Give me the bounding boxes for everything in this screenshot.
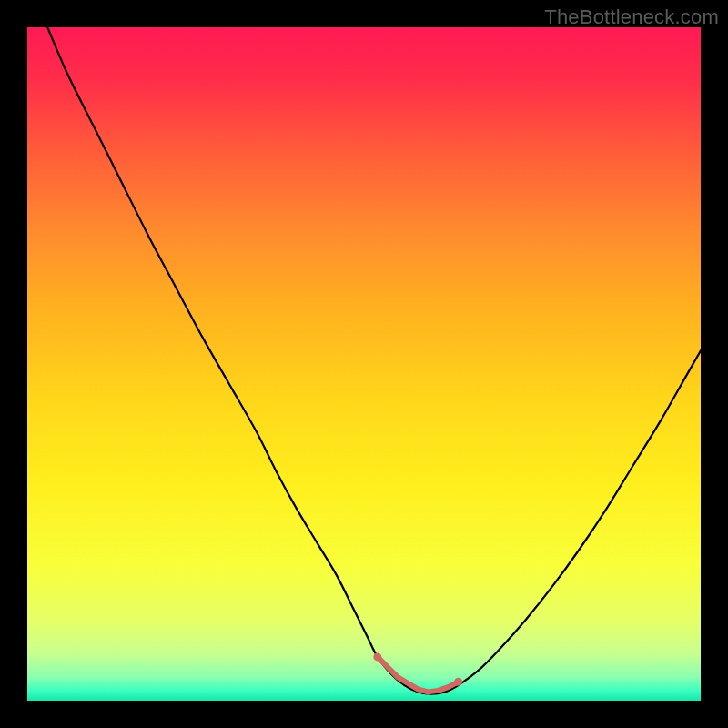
optimal-marker-dot-left: [373, 652, 381, 661]
optimal-marker-dot-right: [454, 678, 462, 686]
gradient-background: [27, 27, 701, 701]
chart-container: TheBottleneck.com: [0, 0, 728, 728]
chart-svg: [27, 27, 701, 701]
plot-area: [27, 27, 701, 701]
watermark-text: TheBottleneck.com: [544, 5, 719, 29]
